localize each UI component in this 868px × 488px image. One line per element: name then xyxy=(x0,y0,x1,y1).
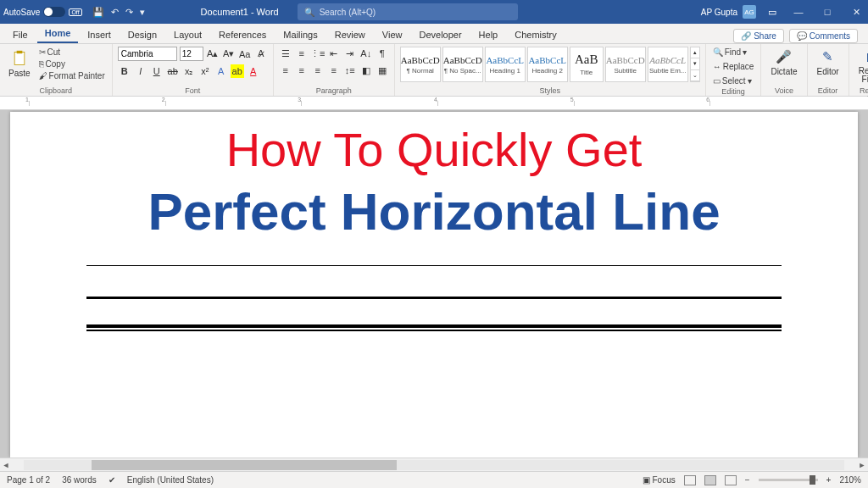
paste-button[interactable]: Paste xyxy=(5,47,34,80)
find-button[interactable]: 🔍Find ▾ xyxy=(711,47,748,58)
tab-design[interactable]: Design xyxy=(120,26,164,43)
comments-button[interactable]: 💬 Comments xyxy=(789,29,858,43)
zoom-out-icon[interactable]: − xyxy=(745,475,750,485)
italic-button[interactable]: I xyxy=(134,64,147,78)
tab-developer[interactable]: Developer xyxy=(411,26,469,43)
tab-review[interactable]: Review xyxy=(327,26,373,43)
tab-insert[interactable]: Insert xyxy=(80,26,119,43)
style-normal[interactable]: AaBbCcD¶ Normal xyxy=(400,47,441,82)
style-heading2[interactable]: AaBbCcLHeading 2 xyxy=(527,47,568,82)
horizontal-scrollbar[interactable]: ◄ ► xyxy=(0,458,868,471)
style-subtitle[interactable]: AaBbCcDSubtitle xyxy=(605,47,646,82)
tab-references[interactable]: References xyxy=(211,26,274,43)
subscript-button[interactable]: x₂ xyxy=(182,64,196,78)
bullets-icon[interactable]: ☰ xyxy=(279,47,292,60)
line-spacing-icon[interactable]: ↕≡ xyxy=(343,64,357,77)
font-name-select[interactable] xyxy=(118,47,177,61)
style-no-spacing[interactable]: AaBbCcD¶ No Spac... xyxy=(442,47,483,82)
print-layout-icon[interactable] xyxy=(704,475,716,485)
group-voice: 🎤Dictate Voice xyxy=(761,44,807,96)
page-count[interactable]: Page 1 of 2 xyxy=(7,475,50,485)
grow-font-icon[interactable]: A▴ xyxy=(206,47,220,61)
scroll-right-icon[interactable]: ► xyxy=(856,461,868,469)
change-case-icon[interactable]: Aa xyxy=(238,47,252,61)
superscript-button[interactable]: x² xyxy=(198,64,212,78)
justify-icon[interactable]: ≡ xyxy=(327,64,341,77)
heading-line-1[interactable]: How To Quickly Get xyxy=(36,124,832,176)
select-button[interactable]: ▭Select ▾ xyxy=(711,75,754,86)
qat-icon[interactable]: ▾ xyxy=(140,7,145,18)
shrink-font-icon[interactable]: A▾ xyxy=(222,47,236,61)
font-color-icon[interactable]: A xyxy=(247,64,260,78)
show-marks-icon[interactable]: ¶ xyxy=(376,47,389,60)
borders-icon[interactable]: ▦ xyxy=(376,64,389,77)
language[interactable]: English (United States) xyxy=(127,475,214,485)
ribbon-display-icon[interactable]: ▭ xyxy=(768,7,776,18)
align-right-icon[interactable]: ≡ xyxy=(311,64,325,77)
tab-help[interactable]: Help xyxy=(471,26,506,43)
dictate-button[interactable]: 🎤Dictate xyxy=(766,47,801,78)
numbering-icon[interactable]: ≡ xyxy=(295,47,309,60)
multilevel-icon[interactable]: ⋮≡ xyxy=(311,47,325,60)
tab-chemistry[interactable]: Chemistry xyxy=(507,26,565,43)
svg-rect-1 xyxy=(16,51,22,53)
tab-home[interactable]: Home xyxy=(37,25,79,43)
style-subtle-em[interactable]: AaBbCcLSubtle Em... xyxy=(648,47,688,82)
replace-button[interactable]: ↔Replace xyxy=(711,61,756,72)
zoom-knob[interactable] xyxy=(810,475,815,485)
format-painter-button[interactable]: 🖌Format Painter xyxy=(37,70,107,81)
read-mode-icon[interactable] xyxy=(684,475,696,485)
copy-button[interactable]: ⎘Copy xyxy=(37,58,107,69)
user-account[interactable]: AP Gupta AG xyxy=(701,5,756,19)
redo-icon[interactable]: ↷ xyxy=(125,7,133,18)
web-layout-icon[interactable] xyxy=(725,475,737,485)
styles-more[interactable]: ▴▾⌄ xyxy=(690,47,700,82)
save-icon[interactable]: 💾 xyxy=(92,7,104,18)
clear-format-icon[interactable]: A̷ xyxy=(254,47,268,61)
sort-icon[interactable]: A↓ xyxy=(359,47,373,60)
align-center-icon[interactable]: ≡ xyxy=(295,64,309,77)
minimize-button[interactable]: — xyxy=(790,7,807,18)
reuse-files-button[interactable]: 🗎Reuse Files xyxy=(854,47,868,86)
highlight-icon[interactable]: ab xyxy=(231,64,244,78)
strikethrough-button[interactable]: ab xyxy=(166,64,180,78)
editor-button[interactable]: ✎Editor xyxy=(813,47,843,78)
decrease-indent-icon[interactable]: ⇤ xyxy=(327,47,341,60)
share-button[interactable]: 🔗 Share xyxy=(733,29,783,43)
tab-mailings[interactable]: Mailings xyxy=(275,26,325,43)
bold-button[interactable]: B xyxy=(118,64,131,78)
undo-icon[interactable]: ↶ xyxy=(111,7,119,18)
scroll-left-icon[interactable]: ◄ xyxy=(0,461,12,469)
scroll-track[interactable] xyxy=(24,460,844,470)
spell-check-icon[interactable]: ✔ xyxy=(108,475,115,485)
autosave-toggle[interactable]: AutoSave Off xyxy=(3,7,82,17)
zoom-level[interactable]: 210% xyxy=(839,475,861,485)
toggle-off-icon[interactable] xyxy=(43,7,65,17)
zoom-slider[interactable] xyxy=(759,479,818,481)
increase-indent-icon[interactable]: ⇥ xyxy=(343,47,357,60)
word-count[interactable]: 36 words xyxy=(62,475,97,485)
close-button[interactable]: ✕ xyxy=(848,7,865,18)
underline-button[interactable]: U xyxy=(150,64,164,78)
style-heading1[interactable]: AaBbCcLHeading 1 xyxy=(485,47,526,82)
style-title[interactable]: AaBTitle xyxy=(570,47,604,82)
zoom-in-icon[interactable]: + xyxy=(826,475,832,485)
align-left-icon[interactable]: ≡ xyxy=(279,64,292,77)
search-box[interactable]: 🔍 Search (Alt+Q) xyxy=(298,3,518,20)
focus-mode[interactable]: ▣ Focus xyxy=(643,475,676,485)
horizontal-ruler[interactable]: 1 2 3 4 5 6 xyxy=(0,97,868,110)
tab-file[interactable]: File xyxy=(5,26,36,43)
shading-icon[interactable]: ◧ xyxy=(359,64,373,77)
text-effects-icon[interactable]: A xyxy=(214,64,228,78)
expand-icon: ⌄ xyxy=(691,70,699,81)
tab-layout[interactable]: Layout xyxy=(166,26,209,43)
tab-view[interactable]: View xyxy=(375,26,410,43)
heading-line-2[interactable]: Perfect Horizontal Line xyxy=(36,181,832,241)
cut-button[interactable]: ✂Cut xyxy=(37,47,107,58)
horizontal-lines xyxy=(86,265,782,331)
page[interactable]: How To Quickly Get Perfect Horizontal Li… xyxy=(10,112,858,458)
group-label: Font xyxy=(118,86,268,95)
scroll-thumb[interactable] xyxy=(92,460,397,470)
maximize-button[interactable]: □ xyxy=(819,7,836,18)
font-size-select[interactable] xyxy=(180,47,203,61)
